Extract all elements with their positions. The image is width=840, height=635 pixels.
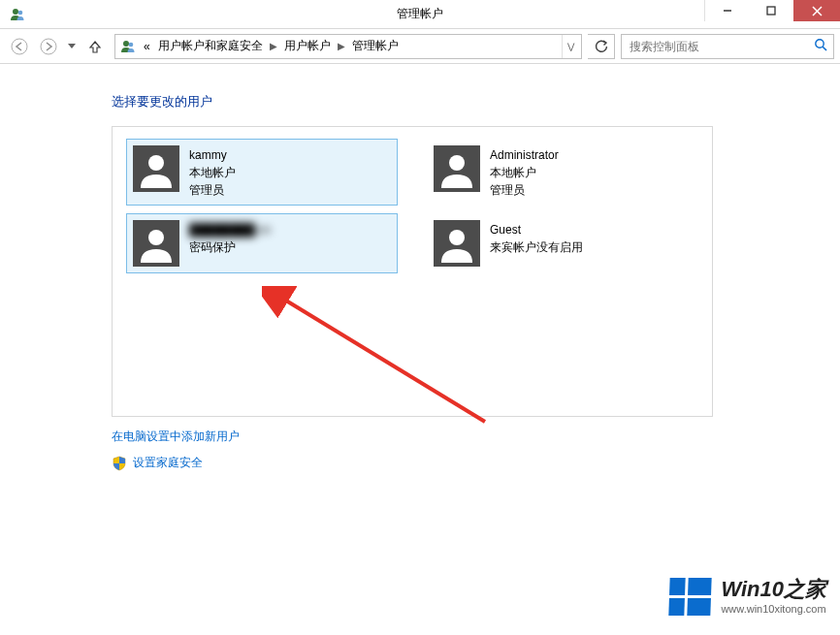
content-area: 选择要更改的用户 kammy 本地帐户 管理员 Administrator <box>0 64 840 471</box>
svg-point-12 <box>148 155 164 171</box>
shield-icon <box>112 456 127 471</box>
refresh-button[interactable] <box>588 34 615 59</box>
account-card-kammy[interactable]: kammy 本地帐户 管理员 <box>126 139 398 206</box>
maximize-button[interactable] <box>749 0 793 21</box>
chevron-right-icon: ▶ <box>336 41 347 51</box>
forward-button[interactable] <box>35 33 62 60</box>
account-name: Administrator <box>490 146 559 164</box>
avatar-icon <box>133 220 179 267</box>
svg-point-7 <box>41 39 56 54</box>
address-bar[interactable]: « 用户帐户和家庭安全 ▶ 用户帐户 ▶ 管理帐户 ⋁ <box>114 34 582 59</box>
account-status: 来宾帐户没有启用 <box>490 238 583 256</box>
back-button[interactable] <box>6 33 33 60</box>
link-label: 设置家庭安全 <box>133 455 203 471</box>
windows-logo-icon <box>669 578 712 616</box>
svg-point-13 <box>449 155 465 171</box>
account-card-redacted[interactable]: ████████.cn 密码保护 <box>126 213 398 273</box>
page-heading: 选择要更改的用户 <box>112 93 840 111</box>
account-info: Administrator 本地帐户 管理员 <box>490 145 559 199</box>
address-icon <box>119 38 137 55</box>
svg-point-0 <box>13 9 18 15</box>
account-role: 管理员 <box>189 181 236 199</box>
family-safety-link[interactable]: 设置家庭安全 <box>112 455 840 471</box>
account-type: 本地帐户 <box>189 164 236 181</box>
add-user-link[interactable]: 在电脑设置中添加新用户 <box>112 429 840 445</box>
account-card-guest[interactable]: Guest 来宾帐户没有启用 <box>427 213 698 273</box>
svg-point-15 <box>449 230 465 245</box>
links-section: 在电脑设置中添加新用户 设置家庭安全 <box>112 429 840 471</box>
breadcrumb-prefix[interactable]: « <box>141 35 153 58</box>
search-box[interactable] <box>621 34 834 59</box>
window-title: 管理帐户 <box>397 6 443 22</box>
titlebar: 管理帐户 <box>0 0 840 29</box>
svg-point-6 <box>12 39 27 54</box>
watermark: Win10之家 www.win10xitong.com <box>669 577 826 616</box>
up-button[interactable] <box>81 33 109 60</box>
account-role: 管理员 <box>490 181 559 199</box>
navbar: « 用户帐户和家庭安全 ▶ 用户帐户 ▶ 管理帐户 ⋁ <box>0 29 840 64</box>
account-name: ████████.cn <box>189 221 271 238</box>
svg-rect-3 <box>767 7 775 15</box>
account-info: ████████.cn 密码保护 <box>189 220 271 256</box>
account-grid: kammy 本地帐户 管理员 Administrator 本地帐户 管理员 <box>126 139 698 273</box>
search-icon[interactable] <box>814 38 827 54</box>
svg-point-8 <box>123 41 129 47</box>
window-controls <box>704 0 840 28</box>
search-input[interactable] <box>628 39 814 54</box>
chevron-right-icon: ▶ <box>268 41 279 51</box>
accounts-panel: kammy 本地帐户 管理员 Administrator 本地帐户 管理员 <box>112 126 713 417</box>
account-card-administrator[interactable]: Administrator 本地帐户 管理员 <box>427 139 698 206</box>
watermark-url: www.win10xitong.com <box>721 603 826 616</box>
account-name: kammy <box>189 146 236 164</box>
account-type: 密码保护 <box>189 238 271 256</box>
svg-point-10 <box>816 40 824 48</box>
account-type: 本地帐户 <box>490 164 559 181</box>
minimize-button[interactable] <box>704 0 749 21</box>
breadcrumb-item[interactable]: 用户帐户和家庭安全 <box>155 35 266 58</box>
account-name: Guest <box>490 221 583 238</box>
svg-line-11 <box>823 47 826 50</box>
svg-point-14 <box>148 230 164 245</box>
avatar-icon <box>434 220 480 267</box>
app-icon <box>10 7 25 22</box>
link-label: 在电脑设置中添加新用户 <box>112 429 240 445</box>
account-info: kammy 本地帐户 管理员 <box>189 145 236 199</box>
svg-point-1 <box>18 10 23 15</box>
avatar-icon <box>133 145 179 192</box>
avatar-icon <box>434 145 480 192</box>
svg-point-9 <box>129 42 134 47</box>
recent-dropdown[interactable] <box>64 33 80 60</box>
breadcrumb-item[interactable]: 管理帐户 <box>349 35 402 58</box>
watermark-title: Win10之家 <box>721 577 826 602</box>
close-button[interactable] <box>793 0 840 21</box>
account-info: Guest 来宾帐户没有启用 <box>490 220 583 256</box>
breadcrumb-item[interactable]: 用户帐户 <box>281 35 334 58</box>
address-dropdown[interactable]: ⋁ <box>562 35 579 58</box>
